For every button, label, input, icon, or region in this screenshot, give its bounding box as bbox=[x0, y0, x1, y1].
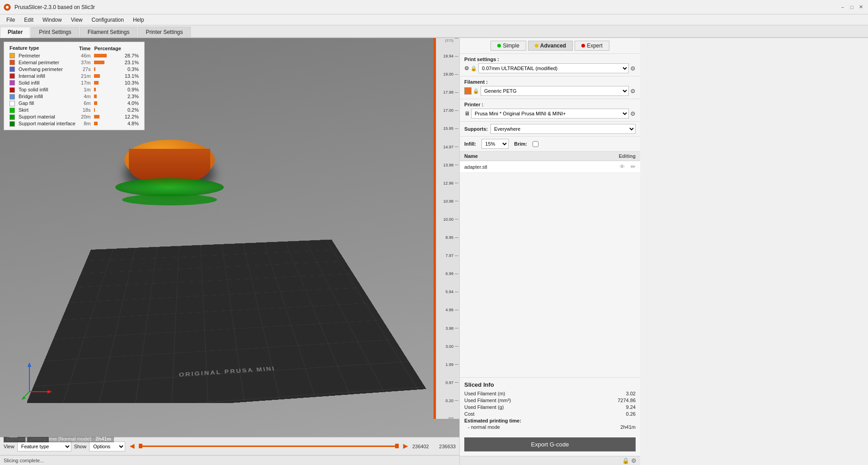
filament-label: Filament : bbox=[464, 79, 636, 85]
close-button[interactable]: ✕ bbox=[857, 4, 864, 11]
menu-item-configuration[interactable]: Configuration bbox=[87, 16, 128, 24]
mode-btn-simple[interactable]: Simple bbox=[491, 41, 526, 51]
maximize-button[interactable]: □ bbox=[848, 4, 855, 11]
tabbar: PlaterPrint SettingsFilament SettingsPri… bbox=[0, 25, 868, 38]
export-section: Export G-code bbox=[460, 435, 640, 456]
ruler-tick: 15.95 bbox=[436, 126, 459, 131]
feature-pct: 12.2% bbox=[123, 114, 141, 120]
cost-key: Cost bbox=[464, 411, 475, 417]
feature-row: Solid infill 17m 10.3% bbox=[8, 79, 141, 86]
supports-section: Supports: Everywhere bbox=[460, 122, 640, 137]
ruler-tick: 19.94 bbox=[436, 54, 459, 58]
brim-checkbox[interactable] bbox=[533, 141, 538, 147]
printer-gear-btn[interactable]: ⚙ bbox=[630, 110, 636, 117]
eye-icon[interactable]: 👁 bbox=[619, 163, 625, 170]
feature-color bbox=[9, 94, 15, 100]
feature-bar-cell bbox=[92, 86, 123, 93]
supports-label: Supports: bbox=[464, 126, 488, 132]
filament-m-row: Used Filament (m) 3.02 bbox=[464, 391, 636, 396]
feature-color bbox=[9, 108, 15, 113]
filament-gear-btn[interactable]: ⚙ bbox=[630, 88, 636, 95]
ruler-tick: 3.00 bbox=[436, 344, 459, 349]
left-arrow-icon[interactable]: ◄ bbox=[128, 441, 136, 451]
feature-time: 37m bbox=[77, 59, 92, 66]
supports-select[interactable]: Everywhere bbox=[491, 124, 636, 134]
menu-item-view[interactable]: View bbox=[66, 16, 87, 24]
menu-item-window[interactable]: Window bbox=[38, 16, 66, 24]
filament-mm3-val: 7274.86 bbox=[618, 398, 636, 403]
mode-btn-advanced[interactable]: Advanced bbox=[528, 41, 573, 51]
cost-val: 0.26 bbox=[626, 411, 636, 417]
ruler-tick: 17.98 bbox=[436, 90, 459, 95]
feature-time: 6m bbox=[77, 100, 92, 107]
filament-g-key: Used Filament (g) bbox=[464, 404, 504, 410]
ruler-tick: 13.98 bbox=[436, 163, 459, 167]
infill-select[interactable]: 15% bbox=[481, 139, 509, 149]
mode-btn-expert[interactable]: Expert bbox=[575, 41, 609, 51]
menu-item-file[interactable]: File bbox=[2, 16, 19, 24]
bottom-lock-icon[interactable]: 🔒 bbox=[622, 457, 629, 464]
ruler-tick: 20.85(372) bbox=[436, 38, 459, 43]
minimize-button[interactable]: − bbox=[839, 4, 846, 11]
feature-color bbox=[9, 53, 15, 58]
tab-print-settings[interactable]: Print Settings bbox=[31, 27, 79, 37]
print-settings-label: Print settings : bbox=[464, 57, 636, 62]
cost-row: Cost 0.26 bbox=[464, 411, 636, 417]
tab-filament-settings[interactable]: Filament Settings bbox=[80, 27, 137, 37]
normal-mode-key: - normal mode bbox=[464, 424, 500, 430]
layer-slider[interactable] bbox=[139, 446, 399, 447]
est-print-time-key: Estimated printing time: bbox=[464, 418, 636, 423]
feature-time: 17m bbox=[77, 79, 92, 86]
feature-pct: 0.3% bbox=[123, 66, 141, 72]
print-settings-select[interactable]: 0.07mm ULTRADETAIL (modified) bbox=[478, 63, 629, 73]
mode-dot-simple bbox=[497, 44, 501, 47]
ruler-tick: 19.00 bbox=[436, 72, 459, 76]
mode-buttons: SimpleAdvancedExpert bbox=[460, 38, 640, 54]
feature-name: Top solid infill bbox=[17, 86, 77, 93]
feature-pct: 2.3% bbox=[123, 93, 141, 100]
titlebar-controls: − □ ✕ bbox=[839, 4, 864, 11]
normal-mode-val: 2h41m bbox=[620, 424, 636, 430]
edit-icon[interactable]: ✏ bbox=[631, 163, 636, 170]
view-select[interactable]: Feature type bbox=[17, 441, 71, 451]
feature-bar-cell bbox=[92, 120, 123, 127]
spacer bbox=[460, 173, 640, 377]
ruler-tick: 6.99 bbox=[436, 271, 459, 276]
svg-marker-15 bbox=[22, 396, 26, 400]
show-select[interactable]: Options bbox=[89, 441, 125, 451]
ruler-tick: 17.00 bbox=[436, 108, 459, 113]
feature-name: Solid infill bbox=[17, 79, 77, 86]
right-panel: SimpleAdvancedExpert Print settings : ⚙ … bbox=[459, 38, 640, 465]
tab-plater[interactable]: Plater bbox=[0, 27, 30, 38]
feature-row: Support material interface 8m 4.8% bbox=[8, 120, 141, 127]
print-settings-gear-btn[interactable]: ⚙ bbox=[630, 65, 636, 72]
app-icon bbox=[4, 4, 11, 11]
right-arrow-icon[interactable]: ► bbox=[401, 441, 410, 451]
printer-select[interactable]: Prusa Mini * Original Prusa MINI & MINI+ bbox=[471, 109, 629, 119]
printer-monitor-icon: 🖥 bbox=[464, 110, 470, 117]
export-gcode-button[interactable]: Export G-code bbox=[464, 437, 636, 451]
feature-row: Skirt 18s 0.2% bbox=[8, 107, 141, 114]
feature-bar bbox=[94, 108, 95, 112]
feature-bar bbox=[94, 115, 99, 119]
feature-name: Gap fill bbox=[17, 100, 77, 107]
feature-time: 20m bbox=[77, 114, 92, 120]
filament-select[interactable]: Generic PETG bbox=[481, 86, 629, 96]
bottom-gear-icon[interactable]: ⚙ bbox=[631, 457, 637, 464]
sliced-info-title: Sliced Info bbox=[464, 381, 636, 388]
view-label: View bbox=[4, 444, 14, 449]
feature-bar-cell bbox=[92, 59, 123, 66]
feature-bar-cell bbox=[92, 93, 123, 100]
filament-m-key: Used Filament (m) bbox=[464, 391, 505, 396]
feature-color bbox=[9, 66, 15, 72]
filament-g-row: Used Filament (g) 9.24 bbox=[464, 404, 636, 410]
feature-name: Skirt bbox=[17, 107, 77, 114]
feature-bar-cell bbox=[92, 66, 123, 72]
object-row[interactable]: adapter.stl 👁 ✏ bbox=[460, 161, 640, 173]
tab-printer-settings[interactable]: Printer Settings bbox=[138, 27, 190, 37]
menu-item-edit[interactable]: Edit bbox=[19, 16, 38, 24]
menu-item-help[interactable]: Help bbox=[128, 16, 149, 24]
feature-time: 21m bbox=[77, 72, 92, 79]
feature-row: Overhang perimeter 27s 0.3% bbox=[8, 66, 141, 72]
feature-name: Overhang perimeter bbox=[17, 66, 77, 72]
